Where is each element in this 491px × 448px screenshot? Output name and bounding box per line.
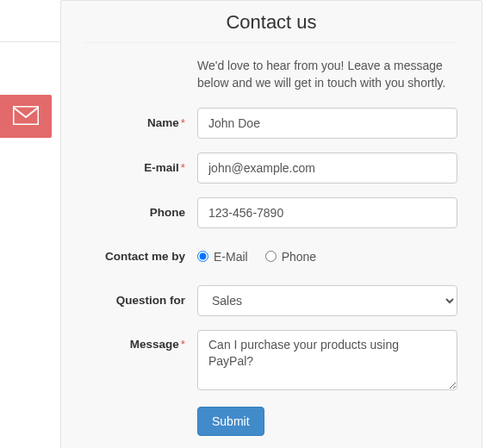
email-label: E-mail* xyxy=(85,153,197,183)
message-textarea[interactable] xyxy=(197,330,457,390)
contact-by-label: Contact me by xyxy=(85,242,197,271)
phone-label: Phone xyxy=(85,198,197,227)
contact-by-email-option[interactable]: E-Mail xyxy=(197,250,248,264)
name-input[interactable] xyxy=(197,108,457,139)
page-divider xyxy=(0,41,69,45)
contact-by-phone-option[interactable]: Phone xyxy=(265,250,316,264)
name-label: Name* xyxy=(85,109,197,138)
panel-intro: We'd love to hear from you! Leave a mess… xyxy=(197,57,457,92)
email-input[interactable] xyxy=(197,152,457,184)
svg-rect-0 xyxy=(14,106,39,124)
envelope-icon xyxy=(13,106,39,128)
message-label: Message* xyxy=(85,330,197,359)
contact-launcher[interactable] xyxy=(0,95,52,138)
contact-panel: Contact us We'd love to hear from you! L… xyxy=(60,0,482,448)
question-for-select[interactable]: Sales xyxy=(197,285,457,316)
contact-by-email-radio[interactable] xyxy=(197,251,208,262)
contact-by-group: E-Mail Phone xyxy=(197,242,457,271)
submit-button[interactable]: Submit xyxy=(197,407,264,436)
contact-by-phone-radio[interactable] xyxy=(265,251,277,262)
question-for-label: Question for xyxy=(85,286,197,315)
phone-input[interactable] xyxy=(197,197,457,228)
panel-title: Contact us xyxy=(85,11,457,43)
